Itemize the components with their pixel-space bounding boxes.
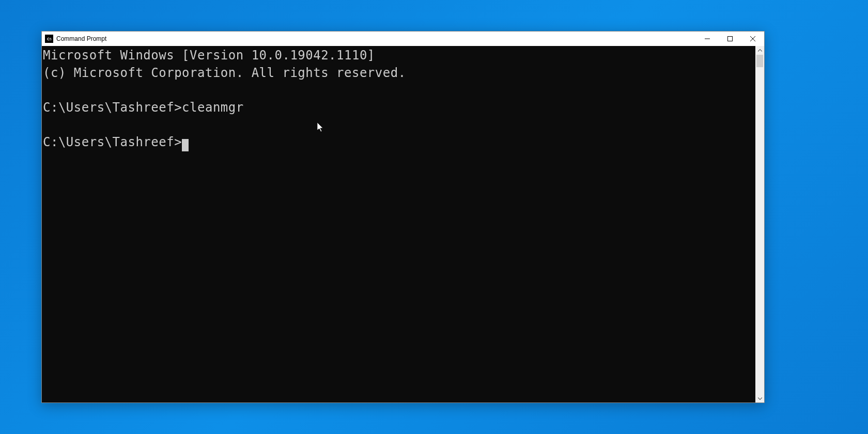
close-icon bbox=[750, 36, 755, 41]
maximize-button[interactable] bbox=[719, 32, 741, 46]
maximize-icon bbox=[727, 36, 733, 41]
command-prompt-window: C:\ Command Prompt Microsoft Windows [Ve… bbox=[41, 31, 765, 403]
terminal-line: Microsoft Windows [Version 10.0.19042.11… bbox=[43, 48, 375, 63]
cmd-icon: C:\ bbox=[45, 35, 53, 43]
terminal-prompt: C:\Users\Tashreef> bbox=[43, 135, 182, 149]
chevron-up-icon bbox=[758, 49, 762, 52]
scroll-down-button[interactable] bbox=[755, 394, 764, 402]
titlebar[interactable]: C:\ Command Prompt bbox=[42, 32, 764, 46]
window-controls bbox=[696, 32, 764, 46]
svg-rect-1 bbox=[728, 37, 733, 41]
window-title: Command Prompt bbox=[56, 35, 106, 42]
terminal-line: (c) Microsoft Corporation. All rights re… bbox=[43, 66, 406, 80]
scroll-track[interactable] bbox=[755, 55, 764, 394]
terminal[interactable]: Microsoft Windows [Version 10.0.19042.11… bbox=[42, 46, 755, 402]
scroll-up-button[interactable] bbox=[755, 46, 764, 55]
terminal-area: Microsoft Windows [Version 10.0.19042.11… bbox=[42, 46, 764, 402]
scroll-thumb[interactable] bbox=[756, 55, 763, 67]
minimize-button[interactable] bbox=[696, 32, 719, 46]
chevron-down-icon bbox=[758, 397, 762, 400]
terminal-command: cleanmgr bbox=[182, 100, 244, 115]
terminal-prompt: C:\Users\Tashreef> bbox=[43, 100, 182, 115]
close-button[interactable] bbox=[741, 32, 764, 46]
vertical-scrollbar[interactable] bbox=[755, 46, 764, 402]
minimize-icon bbox=[705, 36, 710, 41]
text-cursor bbox=[182, 139, 189, 151]
